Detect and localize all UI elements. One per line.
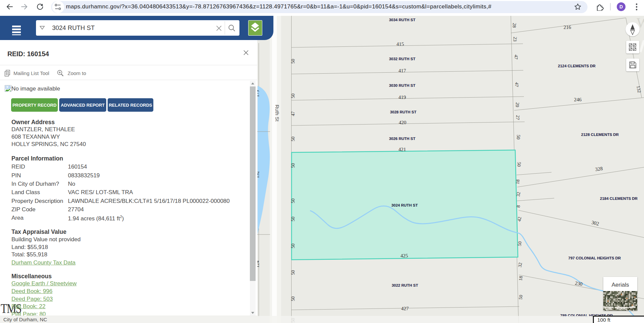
svg-text:421: 421 [399,147,406,152]
svg-text:3022 RUTH ST: 3022 RUTH ST [392,283,418,287]
svg-text:50: 50 [291,270,296,275]
svg-text:216: 216 [564,25,571,30]
svg-text:50: 50 [291,137,296,141]
svg-text:32: 32 [517,262,523,267]
svg-text:415: 415 [396,41,404,47]
svg-text:50: 50 [517,162,522,167]
svg-text:425: 425 [401,253,408,258]
svg-text:3032 RUTH ST: 3032 RUTH ST [389,57,416,61]
svg-text:47: 47 [514,82,520,87]
svg-text:3034 RUTH ST: 3034 RUTH ST [389,18,416,22]
svg-text:3030 RUTH ST: 3030 RUTH ST [389,83,416,87]
svg-text:18: 18 [515,179,521,184]
svg-text:417: 417 [399,68,406,73]
svg-text:Ruth St: Ruth St [274,105,280,122]
svg-text:2124 CLEMENTS DR: 2124 CLEMENTS DR [558,64,596,68]
svg-text:50: 50 [291,163,296,168]
svg-text:797 COLONIAL HEIGHTS DR: 797 COLONIAL HEIGHTS DR [568,256,621,260]
svg-text:2184 CLEMENTS DR: 2184 CLEMENTS DR [600,196,638,201]
svg-text:50: 50 [291,199,296,203]
svg-text:420: 420 [399,120,407,125]
svg-text:50: 50 [517,241,523,246]
svg-text:23: 23 [513,37,518,42]
svg-text:3024 RUTH ST: 3024 RUTH ST [391,203,418,207]
svg-text:50: 50 [516,135,521,140]
svg-text:3028 RUTH ST: 3028 RUTH ST [390,110,417,114]
svg-text:47: 47 [291,111,296,116]
svg-text:50: 50 [291,94,296,98]
svg-text:27: 27 [515,115,521,120]
svg-text:32: 32 [516,191,521,197]
svg-text:28: 28 [512,23,517,28]
svg-text:3026 RUTH ST: 3026 RUTH ST [389,137,416,141]
svg-text:50: 50 [518,294,524,300]
svg-text:50: 50 [291,296,296,301]
svg-text:419: 419 [399,95,406,100]
svg-text:427: 427 [401,306,409,311]
svg-text:50: 50 [291,217,296,221]
svg-text:328: 328 [595,166,603,172]
svg-text:2128 CLEMENTS DR: 2128 CLEMENTS DR [581,133,619,137]
svg-text:47: 47 [514,55,519,60]
svg-text:42: 42 [517,216,522,222]
svg-text:246: 246 [574,97,582,102]
svg-text:18: 18 [518,276,524,281]
svg-text:50: 50 [291,59,296,64]
svg-text:20: 20 [515,102,520,107]
svg-text:50: 50 [291,244,296,248]
